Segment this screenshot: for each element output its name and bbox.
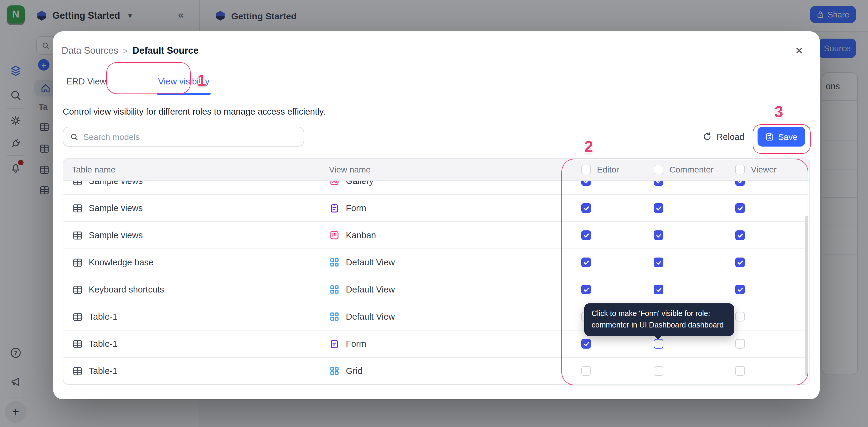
commenter-select-all-checkbox[interactable] — [654, 165, 663, 174]
editor-checkbox[interactable] — [581, 366, 591, 376]
viewer-cell — [719, 181, 809, 186]
table-name-text: Table-1 — [89, 366, 117, 376]
search-icon — [70, 132, 79, 141]
table-name-cell: Sample views — [63, 230, 327, 241]
commenter-cell — [638, 339, 719, 349]
column-editor: Editor — [565, 165, 638, 174]
tooltip-line-2: commenter in UI Dashboard dashboard — [592, 320, 727, 331]
commenter-cell — [638, 366, 719, 376]
table-header: Table name View name Editor Commenter Vi… — [63, 159, 809, 181]
grid4-view-icon — [329, 284, 340, 295]
viewer-checkbox[interactable] — [735, 339, 745, 349]
view-name-text: Form — [346, 339, 366, 349]
table-name-cell: Table-1 — [63, 338, 327, 349]
viewer-checkbox[interactable] — [735, 366, 745, 376]
column-view-name: View name — [327, 165, 565, 174]
viewer-cell — [719, 203, 809, 213]
editor-checkbox[interactable] — [581, 285, 591, 294]
table-name-text: Knowledge base — [89, 258, 153, 267]
view-name-text: Form — [346, 203, 366, 213]
viewer-cell — [719, 258, 809, 267]
editor-checkbox[interactable] — [581, 203, 591, 213]
viewer-checkbox[interactable] — [735, 285, 745, 294]
screen: N Getting Started ▼ « Getting Started — [0, 0, 868, 427]
commenter-checkbox[interactable] — [654, 339, 663, 349]
table-icon — [72, 338, 83, 349]
tab-erd-view[interactable]: ERD View — [59, 68, 114, 95]
viewer-checkbox[interactable] — [735, 203, 745, 213]
commenter-cell — [638, 203, 719, 213]
form-view-icon — [329, 203, 340, 214]
table-row: Knowledge baseDefault View — [63, 249, 809, 276]
commenter-checkbox[interactable] — [654, 285, 663, 294]
view-name-text: Gallery — [346, 181, 374, 186]
column-commenter: Commenter — [638, 165, 719, 174]
editor-cell — [565, 366, 638, 376]
table-icon — [72, 230, 83, 241]
commenter-cell — [638, 181, 719, 186]
save-button[interactable]: Save — [757, 127, 805, 146]
table-name-text: Table-1 — [89, 339, 117, 349]
controls-row: Search models Reload Save — [63, 127, 810, 146]
viewer-cell — [719, 230, 809, 240]
checkbox-tooltip: Click to make 'Form' visible for role: c… — [584, 303, 734, 336]
commenter-cell — [638, 258, 719, 267]
annotation-number-2: 2 — [584, 137, 593, 156]
grid4-view-icon — [329, 365, 340, 376]
annotation-number-3: 3 — [774, 102, 783, 121]
tab-view-visibility[interactable]: View visibility — [151, 68, 217, 95]
breadcrumb-parent[interactable]: Data Sources — [62, 45, 118, 56]
table-name-cell: Keyboard shortcuts — [63, 284, 327, 295]
annotation-number-1: 1 — [197, 71, 206, 90]
commenter-cell — [638, 230, 719, 240]
view-name-cell: Grid — [327, 365, 565, 376]
editor-cell — [565, 181, 638, 186]
editor-checkbox[interactable] — [581, 258, 591, 267]
table-name-cell: Knowledge base — [63, 257, 327, 268]
editor-checkbox[interactable] — [581, 339, 591, 349]
viewer-checkbox[interactable] — [735, 230, 745, 240]
viewer-checkbox[interactable] — [735, 258, 745, 267]
commenter-checkbox[interactable] — [654, 181, 663, 186]
visibility-table: Table name View name Editor Commenter Vi… — [63, 158, 810, 385]
table-name-text: Table-1 — [89, 312, 117, 322]
table-body: Sample viewsGallerySample viewsFormSampl… — [63, 181, 809, 384]
commenter-checkbox[interactable] — [654, 203, 663, 213]
table-name-cell: Table-1 — [63, 311, 327, 322]
form-view-icon — [329, 338, 340, 349]
view-name-cell: Form — [327, 203, 565, 214]
gallery-view-icon — [329, 181, 340, 186]
grid4-view-icon — [329, 311, 340, 322]
viewer-checkbox[interactable] — [735, 312, 745, 322]
save-icon — [765, 132, 774, 141]
breadcrumb: Data Sources > Default Source — [62, 45, 198, 56]
commenter-checkbox[interactable] — [654, 258, 663, 267]
viewer-checkbox[interactable] — [735, 181, 745, 186]
view-name-text: Default View — [346, 312, 395, 322]
table-name-text: Sample views — [89, 230, 143, 240]
editor-cell — [565, 230, 638, 240]
commenter-checkbox[interactable] — [654, 230, 663, 240]
table-scrollbar[interactable] — [805, 216, 808, 376]
search-models-input[interactable]: Search models — [63, 127, 304, 146]
view-name-cell: Default View — [327, 284, 565, 295]
viewer-cell — [719, 285, 809, 294]
editor-select-all-checkbox[interactable] — [581, 165, 591, 174]
table-name-cell: Table-1 — [63, 365, 327, 376]
table-name-cell: Sample views — [63, 203, 327, 214]
close-icon[interactable]: ✕ — [792, 43, 806, 58]
table-icon — [72, 181, 83, 186]
editor-cell — [565, 285, 638, 294]
commenter-checkbox[interactable] — [654, 366, 663, 376]
viewer-select-all-checkbox[interactable] — [735, 165, 745, 174]
view-name-text: Kanban — [346, 230, 376, 240]
view-name-cell: Gallery — [327, 181, 565, 186]
editor-cell — [565, 258, 638, 267]
editor-checkbox[interactable] — [581, 230, 591, 240]
reload-button[interactable]: Reload — [703, 132, 744, 141]
table-row: Sample viewsKanban — [63, 222, 809, 249]
table-icon — [72, 284, 83, 295]
modal-header: Data Sources > Default Source ✕ — [53, 31, 820, 68]
editor-checkbox[interactable] — [581, 181, 591, 186]
column-table-name: Table name — [63, 165, 327, 174]
